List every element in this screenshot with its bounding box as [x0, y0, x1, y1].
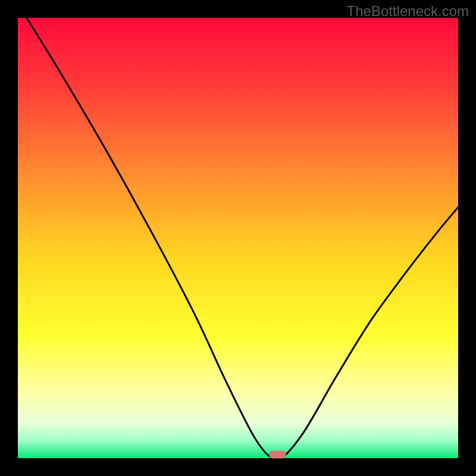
watermark-text: TheBottleneck.com: [347, 3, 469, 20]
plot-background: [18, 18, 458, 458]
optimal-marker: [270, 451, 286, 459]
bottleneck-chart: [0, 0, 476, 476]
chart-container: TheBottleneck.com: [0, 0, 476, 476]
